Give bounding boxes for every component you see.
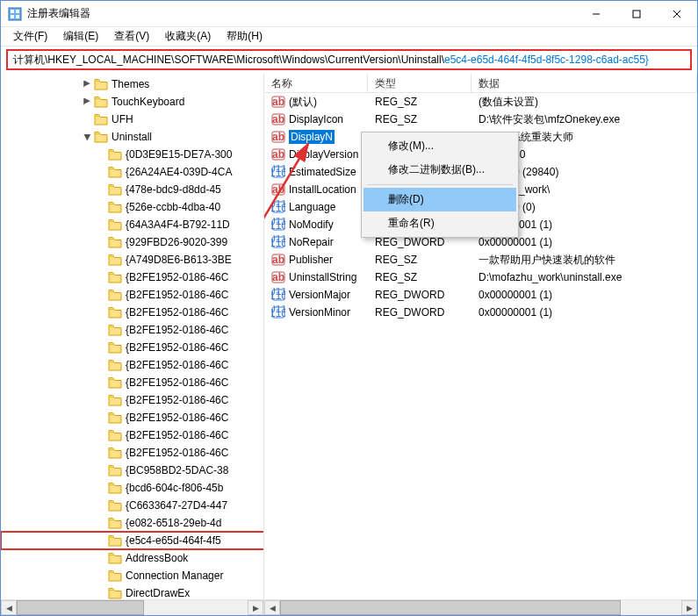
folder-icon [108,166,122,178]
folder-icon [108,201,122,213]
tree-item-label: {A749D8E6-B613-3BE [126,254,232,266]
value-row[interactable]: abPublisherREG_SZ一款帮助用户快速装机的软件 [264,251,697,269]
folder-icon [108,271,122,283]
value-type: REG_DWORD [368,289,471,301]
menu-edit[interactable]: 编辑(E) [56,27,105,46]
collapse-icon[interactable]: ⯆ [82,133,92,141]
tree-item[interactable]: {929FBD26-9020-399 [1,233,263,251]
menu-help[interactable]: 帮助(H) [219,27,270,46]
ctx-delete[interactable]: 删除(D) [363,188,516,211]
column-data[interactable]: 数据 [471,74,697,92]
menubar: 文件(F) 编辑(E) 查看(V) 收藏夹(A) 帮助(H) [1,27,697,47]
tree-item-label: AddressBook [126,552,188,564]
tree-item-label: {BC958BD2-5DAC-38 [126,464,228,476]
binary-value-icon: 011110 [271,235,285,249]
value-name: (默认) [289,95,317,110]
svg-rect-6 [633,11,640,18]
tree-item-label: TouchKeyboard [112,96,184,108]
value-type: REG_SZ [368,271,471,283]
value-row[interactable]: 011110VersionMinorREG_DWORD0x00000001 (1… [264,304,697,321]
menu-file[interactable]: 文件(F) [6,27,54,46]
maximize-button[interactable] [616,1,657,27]
tree-item[interactable]: {526e-ccbb-4dba-40 [1,198,263,216]
value-row[interactable]: ab(默认)REG_SZ(数值未设置) [264,93,697,111]
expand-icon[interactable]: ⯈ [82,80,92,89]
binary-value-icon: 011110 [271,288,285,302]
window-controls [576,1,697,27]
tree-item[interactable]: {B2FE1952-0186-46C [1,304,263,321]
value-data: D:\mofazhu_work\uninstall.exe [471,271,697,283]
list-hscroll[interactable]: ◀ ▶ [264,599,697,615]
svg-rect-2 [16,10,19,13]
folder-icon [108,517,122,529]
tree-item[interactable]: {B2FE1952-0186-46C [1,391,263,409]
tree-item[interactable]: ⯈Themes [1,75,263,93]
tree-item[interactable]: UFH [1,111,263,128]
tree-item-label: {B2FE1952-0186-46C [126,359,228,371]
close-button[interactable] [657,1,697,27]
tree-item-label: {e5c4-e65d-464f-4f5 [126,534,221,547]
tree-item[interactable]: {0D3E9E15-DE7A-300 [1,146,263,163]
folder-icon [108,359,122,371]
value-row[interactable]: abDisplayIconREG_SZD:\软件安装包\mfzOnekey.ex… [264,111,697,128]
svg-text:110: 110 [271,219,285,232]
value-data: 0x00000001 (1) [471,306,697,319]
value-name: Publisher [289,254,333,266]
tree-item[interactable]: ⯈TouchKeyboard [1,93,263,111]
tree-item[interactable]: {B2FE1952-0186-46C [1,374,263,391]
tree-item[interactable]: {B2FE1952-0186-46C [1,321,263,339]
address-bar[interactable]: 计算机\HKEY_LOCAL_MACHINE\SOFTWARE\Microsof… [6,49,692,70]
value-row[interactable]: 011110VersionMajorREG_DWORD0x00000001 (1… [264,286,697,304]
tree-item[interactable]: {e082-6518-29eb-4d [1,514,263,532]
tree-item[interactable]: DirectDrawEx [1,584,263,599]
footer-scrollbars: ◀ ▶ ◀ ▶ [1,599,697,615]
value-data: 0x00000001 (1) [471,289,697,301]
ctx-modify[interactable]: 修改(M)... [363,134,516,158]
tree-item[interactable]: Connection Manager [1,567,263,584]
menu-favorites[interactable]: 收藏夹(A) [158,27,218,46]
folder-icon [94,113,108,125]
tree-item[interactable]: {B2FE1952-0186-46C [1,339,263,356]
menu-view[interactable]: 查看(V) [107,27,156,46]
tree-hscroll[interactable]: ◀ ▶ [1,599,264,615]
ctx-separator [367,184,513,185]
tree-item[interactable]: {B2FE1952-0186-46C [1,286,263,304]
app-icon [8,7,22,21]
scroll-left-icon[interactable]: ◀ [1,600,17,615]
tree-item[interactable]: {BC958BD2-5DAC-38 [1,462,263,479]
tree-item[interactable]: {B2FE1952-0186-46C [1,426,263,444]
value-data: D:\软件安装包\mfzOnekey.exe [471,112,697,127]
folder-icon [108,306,122,319]
expand-icon[interactable]: ⯈ [82,97,92,106]
tree-item[interactable]: {B2FE1952-0186-46C [1,356,263,374]
tree-item[interactable]: {bcd6-604c-f806-45b [1,479,263,497]
tree-item[interactable]: {A749D8E6-B613-3BE [1,251,263,269]
tree-item[interactable]: {B2FE1952-0186-46C [1,269,263,286]
tree-item[interactable]: {26A24AE4-039D-4CA [1,163,263,181]
scroll-right-icon[interactable]: ▶ [248,600,263,615]
ctx-rename[interactable]: 重命名(R) [363,211,516,235]
scroll-right-icon[interactable]: ▶ [681,600,697,615]
svg-text:ab: ab [272,131,284,143]
tree-item[interactable]: AddressBook [1,549,263,567]
scroll-left-icon[interactable]: ◀ [264,600,280,615]
tree-item[interactable]: {64A3A4F4-B792-11D [1,216,263,233]
svg-text:ab: ab [272,96,284,108]
tree-item-label: {B2FE1952-0186-46C [126,394,228,406]
tree-item[interactable]: ⯆Uninstall [1,128,263,146]
tree-item[interactable]: {e5c4-e65d-464f-4f5 [1,532,263,549]
folder-icon [108,447,122,459]
tree-item[interactable]: {B2FE1952-0186-46C [1,444,263,462]
ctx-modify-binary[interactable]: 修改二进制数据(B)... [363,158,516,182]
tree-item[interactable]: {478e-bdc9-d8dd-45 [1,181,263,198]
tree-item[interactable]: {C6633647-27D4-447 [1,497,263,514]
folder-icon [94,96,108,108]
tree-scroll[interactable]: ⯈Themes⯈TouchKeyboardUFH⯆Uninstall{0D3E9… [1,74,263,599]
minimize-button[interactable] [576,1,616,27]
tree-item[interactable]: {B2FE1952-0186-46C [1,409,263,426]
folder-icon [108,218,122,231]
column-type[interactable]: 类型 [368,74,471,92]
column-name[interactable]: 名称 [264,74,368,92]
tree-item-label: {64A3A4F4-B792-11D [126,218,230,231]
value-row[interactable]: abUninstallStringREG_SZD:\mofazhu_work\u… [264,269,697,286]
